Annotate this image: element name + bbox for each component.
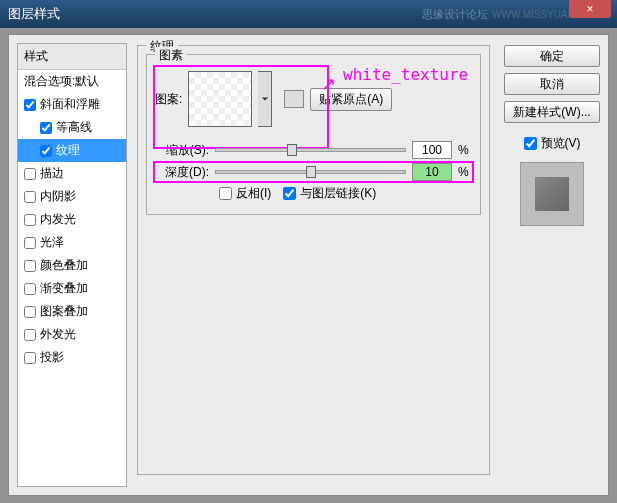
preview-checkbox[interactable] bbox=[524, 137, 537, 150]
close-icon: × bbox=[586, 2, 593, 16]
texture-section: 纹理 图素 图案: 贴紧原点(A) 缩放(S): 100 % bbox=[137, 45, 490, 475]
style-checkbox[interactable] bbox=[40, 145, 52, 157]
style-checkbox[interactable] bbox=[24, 260, 36, 272]
style-item-2[interactable]: 纹理 bbox=[18, 139, 126, 162]
style-item-11[interactable]: 投影 bbox=[18, 346, 126, 369]
invert-checkbox[interactable] bbox=[219, 187, 232, 200]
style-checkbox[interactable] bbox=[24, 99, 36, 111]
invert-label: 反相(I) bbox=[236, 185, 271, 202]
ok-button[interactable]: 确定 bbox=[504, 45, 600, 67]
action-panel: 确定 取消 新建样式(W)... 预览(V) bbox=[496, 35, 608, 495]
style-item-4[interactable]: 内阴影 bbox=[18, 185, 126, 208]
style-item-1[interactable]: 等高线 bbox=[18, 116, 126, 139]
style-checkbox[interactable] bbox=[24, 306, 36, 318]
style-item-5[interactable]: 内发光 bbox=[18, 208, 126, 231]
style-item-7[interactable]: 颜色叠加 bbox=[18, 254, 126, 277]
annotation-arrow: ↗ bbox=[321, 73, 336, 95]
style-label: 内阴影 bbox=[40, 188, 76, 205]
preview-label: 预览(V) bbox=[541, 135, 581, 152]
depth-row: 深度(D): 10 % bbox=[155, 163, 472, 181]
style-item-9[interactable]: 图案叠加 bbox=[18, 300, 126, 323]
style-item-10[interactable]: 外发光 bbox=[18, 323, 126, 346]
style-label: 颜色叠加 bbox=[40, 257, 88, 274]
window-title: 图层样式 bbox=[8, 5, 422, 23]
style-label: 渐变叠加 bbox=[40, 280, 88, 297]
highlight-pattern bbox=[153, 65, 329, 149]
scale-input[interactable]: 100 bbox=[412, 141, 452, 159]
blend-options-row[interactable]: 混合选项:默认 bbox=[18, 70, 126, 93]
style-item-3[interactable]: 描边 bbox=[18, 162, 126, 185]
settings-panel: 纹理 图素 图案: 贴紧原点(A) 缩放(S): 100 % bbox=[131, 35, 496, 495]
style-checkbox[interactable] bbox=[24, 191, 36, 203]
style-label: 投影 bbox=[40, 349, 64, 366]
style-label: 等高线 bbox=[56, 119, 92, 136]
annotation-text: white_texture bbox=[343, 65, 468, 84]
style-checkbox[interactable] bbox=[24, 329, 36, 341]
link-label: 与图层链接(K) bbox=[300, 185, 376, 202]
style-item-6[interactable]: 光泽 bbox=[18, 231, 126, 254]
highlight-depth bbox=[153, 161, 474, 183]
dialog: 样式 混合选项:默认 斜面和浮雕等高线纹理描边内阴影内发光光泽颜色叠加渐变叠加图… bbox=[8, 34, 609, 496]
new-style-button[interactable]: 新建样式(W)... bbox=[504, 101, 600, 123]
styles-list: 样式 混合选项:默认 斜面和浮雕等高线纹理描边内阴影内发光光泽颜色叠加渐变叠加图… bbox=[17, 43, 127, 487]
style-item-8[interactable]: 渐变叠加 bbox=[18, 277, 126, 300]
style-checkbox[interactable] bbox=[24, 283, 36, 295]
style-checkbox[interactable] bbox=[24, 168, 36, 180]
preview-thumbnail bbox=[520, 162, 584, 226]
style-label: 纹理 bbox=[56, 142, 80, 159]
style-checkbox[interactable] bbox=[24, 237, 36, 249]
style-label: 外发光 bbox=[40, 326, 76, 343]
style-label: 图案叠加 bbox=[40, 303, 88, 320]
style-label: 斜面和浮雕 bbox=[40, 96, 100, 113]
style-checkbox[interactable] bbox=[40, 122, 52, 134]
style-checkbox[interactable] bbox=[24, 352, 36, 364]
scale-slider[interactable] bbox=[215, 148, 406, 152]
close-button[interactable]: × bbox=[569, 0, 611, 18]
group-legend: 图素 bbox=[155, 47, 187, 64]
styles-header: 样式 bbox=[18, 44, 126, 70]
style-item-0[interactable]: 斜面和浮雕 bbox=[18, 93, 126, 116]
cancel-button[interactable]: 取消 bbox=[504, 73, 600, 95]
watermark-text: 思缘设计论坛 bbox=[422, 7, 488, 22]
style-label: 描边 bbox=[40, 165, 64, 182]
style-label: 内发光 bbox=[40, 211, 76, 228]
style-checkbox[interactable] bbox=[24, 214, 36, 226]
style-label: 光泽 bbox=[40, 234, 64, 251]
titlebar: 图层样式 思缘设计论坛 WWW.MISSYUAN.COM × bbox=[0, 0, 617, 28]
link-checkbox[interactable] bbox=[283, 187, 296, 200]
options-row: 反相(I) 与图层链接(K) bbox=[219, 185, 472, 202]
